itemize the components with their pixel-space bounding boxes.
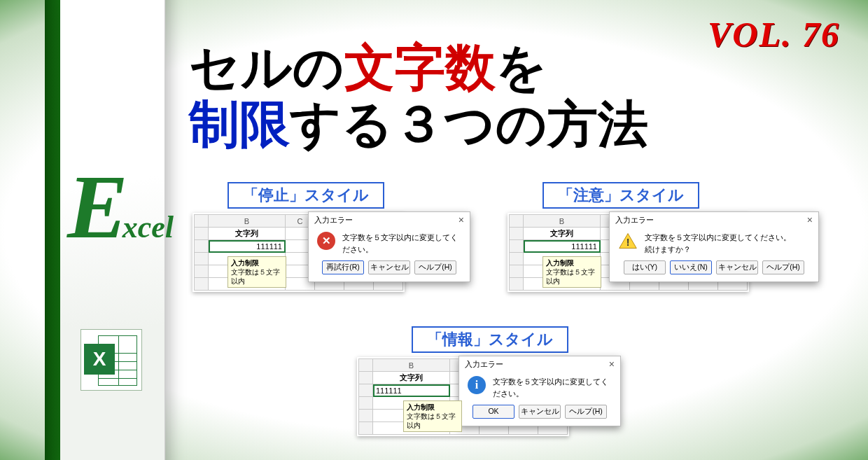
- stop-icon: [317, 232, 335, 250]
- dialog-message: 文字数を５文字以内に変更してください。: [645, 232, 791, 244]
- headline-part1: セルの: [189, 39, 344, 95]
- info-style-block: 「情報」スタイル BCDEF 文字列 111111 入力制限 文字数は５文字以内…: [357, 326, 569, 436]
- ok-button[interactable]: OK: [472, 405, 514, 419]
- dialog-continue: 続けますか？: [645, 244, 791, 256]
- headline-part5: する３つの方法: [290, 96, 648, 152]
- warning-style-label: 「注意」スタイル: [542, 182, 699, 209]
- help-button[interactable]: ヘルプ(H): [414, 260, 456, 274]
- volume-number: VOL. 76: [708, 14, 840, 55]
- close-icon[interactable]: ×: [807, 214, 813, 225]
- excel-xcel: xcel: [122, 210, 174, 244]
- cancel-button[interactable]: キャンセル: [716, 260, 758, 274]
- sheet-header: 文字列: [209, 228, 286, 240]
- headline: セルの文字数を 制限する３つの方法: [189, 39, 648, 152]
- cancel-button[interactable]: キャンセル: [519, 405, 561, 419]
- close-icon[interactable]: ×: [609, 358, 615, 370]
- excel-E: E: [67, 156, 128, 257]
- retry-button[interactable]: 再試行(R): [322, 260, 364, 274]
- headline-red: 文字数: [344, 39, 496, 95]
- info-icon: [468, 376, 486, 394]
- headline-blue: 制限: [189, 96, 290, 152]
- no-button[interactable]: いいえ(N): [670, 260, 712, 274]
- headline-part3: を: [496, 39, 547, 95]
- dialog-message: 文字数を５文字以内に変更してください。: [342, 232, 461, 255]
- warning-dialog: 入力エラー × ! 文字数を５文字以内に変更してください。 続けますか？ はい(…: [609, 211, 819, 282]
- stop-style-label: 「停止」スタイル: [227, 182, 384, 209]
- info-dialog: 入力エラー × 文字数を５文字以内に変更してください。 OK キャンセル ヘルプ…: [458, 356, 621, 426]
- input-tooltip: 入力制限 文字数は５文字以内: [542, 256, 601, 288]
- sheet-value-cell[interactable]: 111111: [209, 240, 286, 253]
- help-button[interactable]: ヘルプ(H): [565, 405, 607, 419]
- cancel-button[interactable]: キャンセル: [368, 260, 410, 274]
- excel-wordmark: Excel: [67, 161, 174, 252]
- svg-text:!: !: [626, 237, 630, 248]
- dialog-message: 文字数を５文字以内に変更してください。: [493, 376, 612, 399]
- input-tooltip: 入力制限 文字数は５文字以内: [227, 256, 286, 288]
- warning-style-block: 「注意」スタイル BCDEFG 文字列 111111 入力制限 文字数は５文字以…: [507, 182, 749, 292]
- info-style-label: 「情報」スタイル: [412, 326, 568, 353]
- yes-button[interactable]: はい(Y): [624, 260, 666, 274]
- warning-icon: !: [618, 232, 638, 250]
- help-button[interactable]: ヘルプ(H): [762, 260, 804, 274]
- close-icon[interactable]: ×: [458, 214, 464, 225]
- stop-style-block: 「停止」スタイル BCDEF 文字列 111111 入力制限 文字数は５文字以内…: [192, 182, 405, 292]
- frame-edge: [45, 0, 60, 460]
- stop-dialog: 入力エラー × 文字数を５文字以内に変更してください。 再試行(R) キャンセル…: [308, 211, 470, 282]
- excel-app-icon: X: [80, 329, 142, 391]
- input-tooltip: 入力制限 文字数は５文字以内: [403, 400, 462, 432]
- dialog-title: 入力エラー: [314, 215, 353, 225]
- excel-x-badge: X: [84, 344, 115, 375]
